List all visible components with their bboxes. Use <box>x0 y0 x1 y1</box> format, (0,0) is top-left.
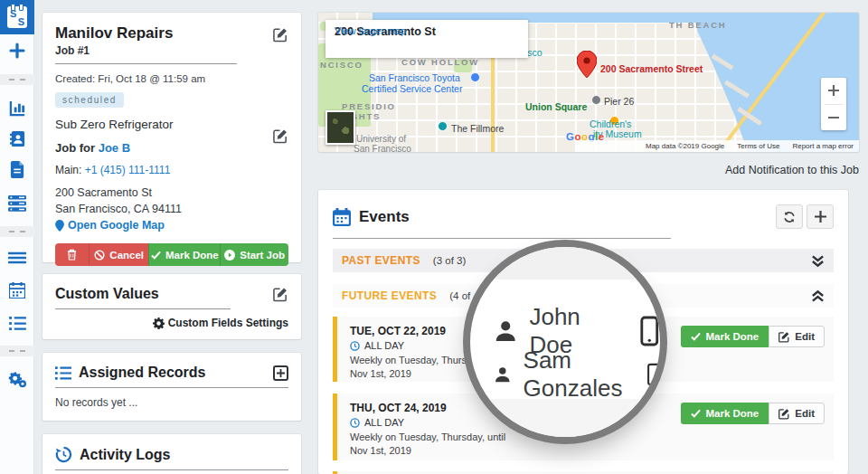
plus-icon <box>277 369 285 377</box>
report-error-link[interactable]: Report a map error <box>792 142 854 150</box>
play-circle-icon <box>224 250 235 261</box>
calendar-icon <box>333 208 351 226</box>
clock-icon <box>350 341 360 351</box>
sidebar-divider <box>0 226 34 237</box>
map-label: Union Square <box>525 101 587 112</box>
open-map-link[interactable]: Open Google Map <box>55 219 288 232</box>
edit-service-icon[interactable] <box>273 128 288 147</box>
location-pin-icon <box>55 220 64 232</box>
contacts-icon <box>9 130 26 147</box>
map-attribution: Map data ©2019 Google Terms of Use Repor… <box>577 140 859 152</box>
assigned-records-title: Assigned Records <box>79 365 205 381</box>
event-edit-button[interactable]: Edit <box>769 403 825 424</box>
server-stack-icon <box>8 195 26 212</box>
calendar-icon <box>9 282 25 299</box>
divider <box>333 238 671 239</box>
view-larger-map-link[interactable]: View larger map <box>335 25 406 36</box>
phone-icon <box>639 316 660 346</box>
app-logo[interactable]: S S <box>0 0 34 34</box>
plus-icon <box>815 211 826 223</box>
sidebar-item-contacts[interactable] <box>0 125 34 152</box>
map-label: COW HOLLOW <box>401 57 479 67</box>
refresh-events-button[interactable] <box>776 204 803 229</box>
delete-button[interactable] <box>55 243 90 266</box>
event-edit-button[interactable]: Edit <box>769 326 825 347</box>
edit-job-icon[interactable] <box>273 27 288 46</box>
map-label: San Francisco <box>354 144 411 152</box>
event-time: ALL DAY <box>364 340 404 351</box>
magnifier-overlay: John Doe Sam Gonzales <box>463 240 667 444</box>
history-icon <box>55 446 72 463</box>
mark-done-button[interactable]: Mark Done <box>148 243 220 266</box>
add-record-button[interactable] <box>273 365 288 381</box>
mark-done-label: Mark Done <box>165 250 219 261</box>
app-root: S S <box>0 0 868 474</box>
map-label: San Francisco Toyota <box>369 72 460 83</box>
cancel-button[interactable]: Cancel <box>90 243 148 266</box>
sidebar-item-settings[interactable] <box>0 365 34 393</box>
event-mark-done-button[interactable]: Mark Done <box>681 403 769 424</box>
sidebar-item-reports[interactable] <box>0 94 34 121</box>
ban-icon <box>94 250 105 261</box>
logo-calendar-icon: S S <box>7 6 27 28</box>
check-icon <box>691 332 701 341</box>
cancel-label: Cancel <box>109 250 144 261</box>
map-pin-label: 200 Sacramento Street <box>600 63 703 74</box>
map-label: The Fillmore <box>451 123 504 134</box>
person-icon <box>494 363 512 387</box>
job-for-label: Job for <box>55 141 95 155</box>
job-number: Job #1 <box>55 44 288 57</box>
map-label: Pier 26 <box>604 96 634 107</box>
phone-link[interactable]: +1 (415) 111-1111 <box>85 164 171 176</box>
address-line2: San Francisco, CA 94111 <box>55 202 288 218</box>
terms-link[interactable]: Terms of Use <box>737 142 779 150</box>
assignee-name: Sam Gonzales <box>524 346 636 403</box>
chevron-double-down-icon[interactable] <box>811 254 825 268</box>
page-title: Manilov Repairs <box>55 24 288 43</box>
clock-icon <box>350 418 360 428</box>
sidebar-item-menu[interactable] <box>0 244 34 271</box>
open-map-label: Open Google Map <box>68 219 165 232</box>
phone-label: Main: <box>55 164 81 176</box>
map-label: TH BEACH <box>669 20 726 30</box>
custom-fields-settings-link[interactable]: Custom Fields Settings <box>55 317 288 329</box>
pencil-square-icon <box>778 408 790 420</box>
past-events-count: (3 of 3) <box>433 255 466 266</box>
event-actions: Mark Done Edit <box>681 403 825 424</box>
hamburger-icon <box>8 251 26 264</box>
divider <box>55 63 237 64</box>
activity-logs-title: Activity Logs <box>80 447 170 463</box>
sidebar-item-list[interactable] <box>0 309 34 337</box>
plus-icon <box>8 42 26 60</box>
sidebar-item-documents[interactable] <box>0 156 34 183</box>
map-label: University of <box>356 134 406 144</box>
no-records-text: No records yet ... <box>55 396 288 409</box>
map-info-card: 200 Sacramento St View larger map <box>326 20 528 58</box>
bar-chart-icon <box>9 100 26 117</box>
contact-link[interactable]: Joe B <box>99 141 130 155</box>
check-icon <box>151 251 161 260</box>
pencil-square-icon <box>778 331 790 343</box>
refresh-icon <box>783 211 796 223</box>
minus-icon <box>828 116 839 119</box>
assignee-row: Sam Gonzales <box>494 346 662 403</box>
edit-custom-values-icon[interactable] <box>273 287 288 306</box>
add-event-button[interactable] <box>807 204 834 229</box>
sidebar-item-data[interactable] <box>0 190 34 217</box>
gear-icon <box>153 318 165 329</box>
satellite-toggle[interactable] <box>326 110 355 145</box>
sidebar-item-new[interactable] <box>0 34 34 67</box>
zoom-out-button[interactable] <box>821 105 846 131</box>
add-notification-link[interactable]: Add Notification to this Job <box>725 164 859 176</box>
zoom-in-button[interactable] <box>821 78 846 104</box>
document-icon <box>10 161 25 178</box>
event-mark-done-button[interactable]: Mark Done <box>681 326 769 347</box>
chevron-double-up-icon[interactable] <box>811 289 825 303</box>
start-job-button[interactable]: Start Job <box>220 243 288 266</box>
map-poi-icon <box>470 72 480 82</box>
divider <box>55 387 288 388</box>
job-action-buttons: Cancel Mark Done Start Job <box>55 243 288 266</box>
google-map[interactable]: TH BEACH Chinatown San Francisco COW HOL… <box>318 13 859 152</box>
address: 200 Sacramento St San Francisco, CA 9411… <box>55 185 288 217</box>
sidebar-item-calendar[interactable] <box>0 277 34 304</box>
